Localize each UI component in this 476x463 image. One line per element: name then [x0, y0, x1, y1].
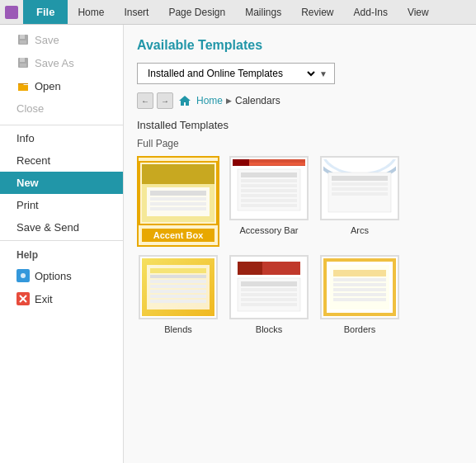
content-area: Available Templates Installed and Online… — [124, 25, 476, 463]
template-arcs[interactable]: Arcs — [318, 156, 401, 247]
sidebar-info-label: Info — [16, 132, 35, 144]
sidebar-item-exit[interactable]: Exit — [0, 287, 123, 310]
arcs-preview — [323, 159, 396, 217]
template-name-accessory-bar: Accessory Bar — [237, 224, 302, 237]
template-name-blends: Blends — [161, 323, 196, 336]
sidebar-item-recent[interactable]: Recent — [0, 149, 123, 172]
breadcrumb: ← → Home ▶ Calendars — [137, 92, 463, 109]
sidebar-item-close[interactable]: Close — [0, 97, 123, 120]
accessory-bar-preview — [233, 159, 305, 217]
svg-rect-29 — [241, 199, 297, 202]
breadcrumb-separator: ▶ — [226, 97, 232, 105]
sidebar-open-label: Open — [35, 80, 61, 92]
sidebar-print-label: Print — [16, 199, 39, 211]
svg-rect-38 — [332, 192, 388, 196]
template-thumb-accent-box — [139, 161, 218, 225]
svg-rect-30 — [241, 204, 297, 207]
svg-rect-1 — [20, 35, 25, 39]
svg-rect-22 — [233, 159, 249, 166]
svg-rect-18 — [150, 207, 206, 210]
sidebar-item-save-as[interactable]: Save As — [0, 51, 123, 74]
svg-rect-2 — [20, 40, 26, 44]
template-name-blocks: Blocks — [252, 323, 285, 336]
svg-rect-36 — [332, 182, 388, 186]
menu-page-design[interactable]: Page Design — [158, 0, 235, 24]
blends-preview — [142, 258, 214, 316]
svg-rect-15 — [150, 191, 206, 196]
template-name-arcs: Arcs — [347, 224, 372, 237]
template-thumb-arcs — [320, 156, 399, 220]
svg-rect-55 — [241, 298, 297, 301]
svg-rect-53 — [241, 288, 297, 291]
menu-review[interactable]: Review — [291, 0, 343, 24]
sidebar-recent-label: Recent — [16, 154, 50, 167]
sidebar-item-info[interactable]: Info — [0, 127, 123, 149]
sidebar-item-print[interactable]: Print — [0, 194, 123, 216]
divider-2 — [0, 240, 123, 241]
menu-addins[interactable]: Add-Ins — [344, 0, 398, 24]
sidebar-close-label: Close — [16, 102, 44, 115]
svg-rect-17 — [150, 202, 206, 206]
exit-icon — [16, 292, 30, 305]
sidebar-save-send-label: Save & Send — [16, 221, 79, 234]
breadcrumb-home[interactable]: Home — [196, 95, 223, 106]
divider-1 — [0, 125, 123, 125]
svg-rect-43 — [150, 280, 206, 283]
svg-point-8 — [21, 273, 26, 278]
blocks-preview — [233, 258, 305, 316]
menu-insert[interactable]: Insert — [114, 0, 158, 24]
template-borders[interactable]: Borders — [318, 255, 401, 336]
back-button[interactable]: ← — [137, 92, 153, 109]
sidebar-save-label: Save — [35, 34, 59, 46]
sidebar-item-options[interactable]: Options — [0, 264, 123, 287]
sidebar-new-label: New — [16, 177, 39, 189]
sidebar-item-save[interactable]: Save — [0, 28, 123, 51]
menu-view[interactable]: View — [398, 0, 439, 24]
sidebar-item-open[interactable]: Open — [0, 74, 123, 97]
app-icon — [5, 6, 18, 19]
breadcrumb-current: Calendars — [235, 95, 280, 106]
forward-button[interactable]: → — [157, 92, 173, 109]
sidebar-item-new[interactable]: New — [0, 172, 123, 194]
svg-rect-6 — [18, 83, 28, 84]
template-blends[interactable]: Blends — [137, 255, 219, 336]
template-grid: Accent Box — [137, 156, 463, 336]
svg-rect-54 — [241, 293, 297, 296]
svg-rect-37 — [332, 187, 388, 191]
svg-rect-26 — [241, 184, 297, 187]
svg-rect-25 — [241, 179, 297, 182]
svg-rect-56 — [241, 303, 297, 306]
home-button[interactable] — [177, 92, 193, 109]
sidebar-save-as-label: Save As — [35, 57, 74, 69]
svg-rect-41 — [150, 268, 206, 273]
template-thumb-blocks — [229, 255, 309, 319]
menu-home[interactable]: Home — [68, 0, 114, 24]
template-dropdown-row: Installed and Online Templates My Templa… — [137, 63, 463, 84]
svg-rect-47 — [150, 300, 206, 303]
section-label: Installed Templates — [137, 119, 463, 131]
svg-rect-45 — [150, 290, 206, 293]
svg-rect-35 — [332, 176, 388, 181]
template-blocks[interactable]: Blocks — [228, 255, 310, 336]
svg-rect-65 — [333, 298, 386, 301]
template-accent-box[interactable]: Accent Box — [137, 156, 219, 247]
sidebar: Save Save As Open Close Info Rec — [0, 25, 124, 463]
main-layout: Save Save As Open Close Info Rec — [0, 25, 476, 463]
template-accessory-bar[interactable]: Accessory Bar — [228, 156, 310, 247]
svg-rect-4 — [20, 58, 25, 62]
svg-rect-60 — [333, 270, 386, 276]
sidebar-top-section: Save Save As Open Close — [0, 25, 123, 123]
sidebar-item-save-send[interactable]: Save & Send — [0, 216, 123, 239]
svg-rect-63 — [333, 288, 386, 291]
svg-rect-16 — [150, 197, 206, 201]
borders-preview — [323, 258, 396, 316]
menu-mailings[interactable]: Mailings — [235, 0, 291, 24]
subsection-label: Full Page — [137, 138, 463, 149]
svg-rect-46 — [150, 295, 206, 298]
page-title: Available Templates — [137, 38, 463, 53]
options-icon — [16, 269, 30, 282]
template-dropdown-select[interactable]: Installed and Online Templates My Templa… — [144, 67, 318, 80]
file-menu[interactable]: File — [23, 0, 68, 24]
svg-rect-27 — [241, 189, 297, 192]
svg-rect-62 — [333, 283, 386, 286]
